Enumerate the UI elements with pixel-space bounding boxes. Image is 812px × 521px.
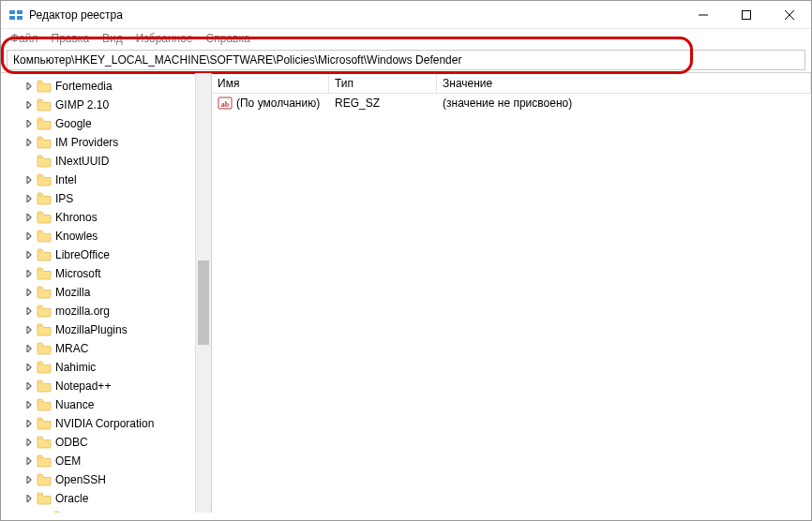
- chevron-right-icon[interactable]: [23, 420, 35, 427]
- main-split: FortemediaGIMP 2.10GoogleIM ProvidersINe…: [1, 72, 811, 513]
- address-bar[interactable]: Компьютер\HKEY_LOCAL_MACHINE\SOFTWARE\Po…: [7, 50, 805, 70]
- chevron-right-icon[interactable]: [23, 326, 35, 334]
- tree-item-label: Fortemedia: [55, 80, 113, 93]
- cell-type: REG_SZ: [329, 97, 437, 110]
- list-row[interactable]: (По умолчанию)REG_SZ(значение не присвое…: [212, 94, 811, 112]
- column-name[interactable]: Имя: [212, 73, 329, 93]
- folder-icon: [37, 342, 52, 355]
- address-bar-container: Компьютер\HKEY_LOCAL_MACHINE\SOFTWARE\Po…: [7, 50, 805, 70]
- column-type[interactable]: Тип: [329, 73, 437, 93]
- tree-item[interactable]: MRAC: [1, 339, 211, 358]
- tree-item[interactable]: IM Providers: [1, 133, 211, 152]
- tree-item[interactable]: Knowles: [1, 227, 211, 246]
- tree-item[interactable]: INextUUID: [1, 152, 211, 171]
- folder-icon: [37, 136, 52, 149]
- menu-file[interactable]: Файл: [10, 32, 38, 45]
- folder-icon: [37, 248, 52, 261]
- chevron-right-icon[interactable]: [23, 401, 35, 409]
- tree-item-label: Microsoft: [55, 267, 101, 280]
- svg-rect-1: [17, 10, 23, 14]
- close-button[interactable]: [768, 1, 811, 28]
- chevron-right-icon[interactable]: [23, 345, 35, 352]
- cell-value: (значение не присвоено): [437, 97, 811, 110]
- folder-icon: [37, 417, 52, 430]
- folder-icon: [37, 192, 52, 205]
- tree-item-label: mozilla.org: [55, 305, 110, 318]
- tree-item[interactable]: Khronos: [1, 208, 211, 227]
- chevron-right-icon[interactable]: [23, 139, 35, 146]
- chevron-right-icon[interactable]: [23, 120, 35, 127]
- tree-item[interactable]: Notepad++: [1, 377, 211, 395]
- tree-item-label: IM Providers: [55, 136, 118, 149]
- minimize-button[interactable]: [682, 1, 725, 28]
- menu-view[interactable]: Вид: [102, 32, 123, 45]
- tree-item-label: Nahimic: [55, 361, 96, 374]
- folder-icon: [37, 155, 52, 168]
- tree-scrollbar-thumb[interactable]: [198, 260, 209, 345]
- folder-icon: [37, 323, 52, 336]
- folder-icon: [37, 305, 52, 318]
- tree-item[interactable]: Intel: [1, 171, 211, 189]
- menu-favorites[interactable]: Избранное: [136, 32, 193, 45]
- maximize-button[interactable]: [725, 1, 768, 28]
- tree-item[interactable]: IPS: [1, 189, 211, 208]
- chevron-right-icon[interactable]: [23, 214, 35, 221]
- tree-item[interactable]: mozilla.org: [1, 302, 211, 320]
- chevron-right-icon[interactable]: [23, 476, 35, 484]
- chevron-right-icon[interactable]: [23, 101, 35, 109]
- chevron-right-icon[interactable]: [23, 382, 35, 390]
- cell-name-text: (По умолчанию): [236, 97, 320, 110]
- tree-item[interactable]: Partner: [1, 508, 211, 513]
- tree-item[interactable]: NVIDIA Corporation: [1, 414, 211, 433]
- tree-item[interactable]: GIMP 2.10: [1, 96, 211, 114]
- chevron-right-icon[interactable]: [23, 195, 35, 202]
- tree-item[interactable]: ODBC: [1, 433, 211, 452]
- tree-item[interactable]: OEM: [1, 452, 211, 470]
- menu-help[interactable]: Справка: [206, 32, 250, 45]
- chevron-right-icon[interactable]: [23, 176, 35, 184]
- chevron-right-icon[interactable]: [23, 364, 35, 371]
- menu-edit[interactable]: Правка: [52, 32, 90, 45]
- chevron-right-icon[interactable]: [23, 495, 35, 502]
- tree-view[interactable]: FortemediaGIMP 2.10GoogleIM ProvidersINe…: [1, 73, 212, 513]
- menu-bar: Файл Правка Вид Избранное Справка: [1, 29, 811, 48]
- chevron-right-icon[interactable]: [23, 232, 35, 240]
- tree-item-label: Khronos: [55, 211, 98, 224]
- folder-icon: [37, 361, 52, 374]
- chevron-right-icon[interactable]: [23, 82, 35, 90]
- svg-rect-0: [9, 10, 15, 14]
- chevron-right-icon[interactable]: [23, 439, 35, 446]
- tree-item[interactable]: OpenSSH: [1, 470, 211, 489]
- tree-item-label: Nuance: [55, 398, 94, 411]
- tree-item-label: Intel: [55, 173, 77, 186]
- chevron-right-icon[interactable]: [23, 270, 35, 277]
- folder-icon: [37, 380, 52, 393]
- tree-item[interactable]: Microsoft: [1, 264, 211, 283]
- folder-icon: [37, 436, 52, 449]
- app-icon: [8, 7, 23, 22]
- chevron-right-icon[interactable]: [23, 251, 35, 259]
- tree-item-label: Knowles: [55, 230, 98, 243]
- column-value[interactable]: Значение: [437, 73, 811, 93]
- tree-item[interactable]: Nahimic: [1, 358, 211, 377]
- tree-item[interactable]: Nuance: [1, 395, 211, 414]
- address-path: Компьютер\HKEY_LOCAL_MACHINE\SOFTWARE\Po…: [13, 53, 461, 67]
- folder-icon: [37, 80, 52, 93]
- chevron-right-icon[interactable]: [23, 289, 35, 296]
- svg-rect-5: [743, 10, 751, 19]
- tree-item[interactable]: LibreOffice: [1, 246, 211, 264]
- tree-item[interactable]: Google: [1, 114, 211, 133]
- tree-item[interactable]: Fortemedia: [1, 77, 211, 96]
- tree-item[interactable]: MozillaPlugins: [1, 320, 211, 339]
- title-bar: Редактор реестра: [1, 1, 811, 29]
- tree-item-label: MRAC: [55, 342, 88, 355]
- tree-item-label: ODBC: [55, 436, 88, 449]
- tree-item-label: GIMP 2.10: [55, 98, 109, 112]
- folder-icon: [37, 173, 52, 186]
- svg-rect-3: [17, 16, 23, 20]
- tree-item[interactable]: Mozilla: [1, 283, 211, 302]
- chevron-right-icon[interactable]: [23, 307, 35, 315]
- tree-item-label: IPS: [55, 192, 73, 205]
- chevron-right-icon[interactable]: [23, 457, 35, 465]
- tree-item[interactable]: Oracle: [1, 489, 211, 508]
